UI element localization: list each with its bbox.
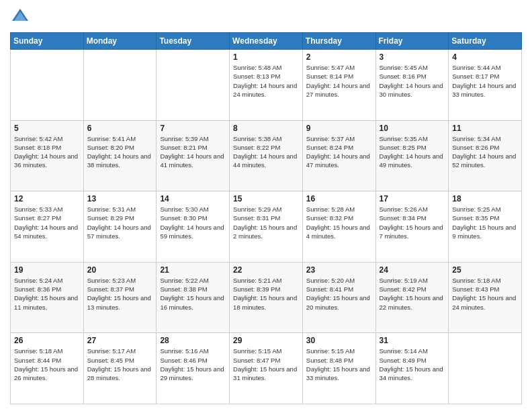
day-number: 13 — [87, 194, 153, 203]
day-info: Sunrise: 5:19 AM Sunset: 8:42 PM Dayligh… — [380, 276, 445, 312]
day-of-week-header: Sunday — [11, 33, 84, 50]
calendar: SundayMondayTuesdayWednesdayThursdayFrid… — [10, 32, 522, 404]
day-of-week-header: Thursday — [302, 33, 375, 50]
day-number: 7 — [160, 124, 226, 133]
calendar-cell: 11Sunrise: 5:34 AM Sunset: 8:26 PM Dayli… — [449, 120, 522, 191]
header — [10, 7, 522, 27]
calendar-cell: 4Sunrise: 5:44 AM Sunset: 8:17 PM Daylig… — [449, 50, 522, 121]
day-number: 20 — [87, 265, 153, 275]
day-number: 8 — [233, 124, 299, 133]
day-number: 29 — [233, 336, 299, 345]
page: SundayMondayTuesdayWednesdayThursdayFrid… — [0, 0, 532, 411]
day-number: 18 — [452, 194, 518, 203]
calendar-cell: 26Sunrise: 5:18 AM Sunset: 8:44 PM Dayli… — [11, 333, 84, 404]
day-info: Sunrise: 5:39 AM Sunset: 8:21 PM Dayligh… — [160, 134, 226, 170]
day-of-week-header: Tuesday — [157, 33, 230, 50]
calendar-cell — [157, 50, 230, 121]
calendar-cell: 21Sunrise: 5:22 AM Sunset: 8:38 PM Dayli… — [157, 262, 230, 333]
calendar-cell: 9Sunrise: 5:37 AM Sunset: 8:24 PM Daylig… — [302, 120, 375, 191]
day-number: 22 — [233, 265, 299, 275]
calendar-cell: 15Sunrise: 5:29 AM Sunset: 8:31 PM Dayli… — [230, 191, 303, 263]
day-number: 19 — [14, 265, 80, 275]
calendar-cell: 23Sunrise: 5:20 AM Sunset: 8:41 PM Dayli… — [302, 262, 375, 333]
day-number: 28 — [160, 336, 226, 345]
day-number: 3 — [380, 52, 445, 62]
day-info: Sunrise: 5:34 AM Sunset: 8:26 PM Dayligh… — [452, 134, 518, 170]
day-of-week-header: Friday — [375, 33, 449, 50]
calendar-cell: 16Sunrise: 5:28 AM Sunset: 8:32 PM Dayli… — [302, 191, 375, 263]
calendar-cell: 17Sunrise: 5:26 AM Sunset: 8:34 PM Dayli… — [375, 191, 449, 263]
day-number: 27 — [87, 336, 153, 345]
day-number: 11 — [452, 124, 518, 133]
calendar-cell: 31Sunrise: 5:14 AM Sunset: 8:49 PM Dayli… — [375, 333, 449, 404]
calendar-week-row: 19Sunrise: 5:24 AM Sunset: 8:36 PM Dayli… — [11, 262, 522, 333]
calendar-cell: 7Sunrise: 5:39 AM Sunset: 8:21 PM Daylig… — [157, 120, 230, 191]
day-info: Sunrise: 5:47 AM Sunset: 8:14 PM Dayligh… — [306, 63, 372, 99]
day-number: 15 — [233, 194, 299, 203]
calendar-week-row: 12Sunrise: 5:33 AM Sunset: 8:27 PM Dayli… — [11, 191, 522, 263]
day-number: 12 — [14, 194, 80, 203]
day-number: 21 — [160, 265, 226, 275]
day-number: 26 — [14, 336, 80, 345]
day-number: 9 — [306, 124, 372, 133]
day-info: Sunrise: 5:21 AM Sunset: 8:39 PM Dayligh… — [233, 276, 299, 312]
day-info: Sunrise: 5:29 AM Sunset: 8:31 PM Dayligh… — [233, 205, 299, 240]
day-number: 1 — [233, 52, 299, 62]
calendar-cell: 24Sunrise: 5:19 AM Sunset: 8:42 PM Dayli… — [375, 262, 449, 333]
day-info: Sunrise: 5:33 AM Sunset: 8:27 PM Dayligh… — [14, 205, 80, 240]
calendar-cell: 5Sunrise: 5:42 AM Sunset: 8:18 PM Daylig… — [11, 120, 84, 191]
day-info: Sunrise: 5:15 AM Sunset: 8:47 PM Dayligh… — [233, 347, 299, 382]
day-number: 23 — [306, 265, 372, 275]
day-info: Sunrise: 5:41 AM Sunset: 8:20 PM Dayligh… — [87, 134, 153, 170]
calendar-cell: 3Sunrise: 5:45 AM Sunset: 8:16 PM Daylig… — [375, 50, 449, 121]
calendar-cell: 13Sunrise: 5:31 AM Sunset: 8:29 PM Dayli… — [83, 191, 157, 263]
logo — [10, 7, 33, 27]
day-info: Sunrise: 5:16 AM Sunset: 8:46 PM Dayligh… — [160, 347, 226, 382]
calendar-cell: 12Sunrise: 5:33 AM Sunset: 8:27 PM Dayli… — [11, 191, 84, 263]
day-info: Sunrise: 5:45 AM Sunset: 8:16 PM Dayligh… — [380, 63, 445, 99]
calendar-cell: 25Sunrise: 5:18 AM Sunset: 8:43 PM Dayli… — [449, 262, 522, 333]
day-number: 25 — [452, 265, 518, 275]
calendar-cell: 22Sunrise: 5:21 AM Sunset: 8:39 PM Dayli… — [230, 262, 303, 333]
day-number: 30 — [306, 336, 372, 345]
day-info: Sunrise: 5:37 AM Sunset: 8:24 PM Dayligh… — [306, 134, 372, 170]
day-number: 5 — [14, 124, 80, 133]
day-info: Sunrise: 5:20 AM Sunset: 8:41 PM Dayligh… — [306, 276, 372, 312]
logo-icon — [10, 7, 30, 27]
day-info: Sunrise: 5:18 AM Sunset: 8:44 PM Dayligh… — [14, 347, 80, 382]
calendar-cell: 28Sunrise: 5:16 AM Sunset: 8:46 PM Dayli… — [157, 333, 230, 404]
calendar-cell: 6Sunrise: 5:41 AM Sunset: 8:20 PM Daylig… — [83, 120, 157, 191]
day-of-week-header: Saturday — [449, 33, 522, 50]
calendar-cell: 2Sunrise: 5:47 AM Sunset: 8:14 PM Daylig… — [302, 50, 375, 121]
day-info: Sunrise: 5:23 AM Sunset: 8:37 PM Dayligh… — [87, 276, 153, 312]
calendar-cell: 30Sunrise: 5:15 AM Sunset: 8:48 PM Dayli… — [302, 333, 375, 404]
calendar-header-row: SundayMondayTuesdayWednesdayThursdayFrid… — [11, 33, 522, 50]
day-info: Sunrise: 5:28 AM Sunset: 8:32 PM Dayligh… — [306, 205, 372, 240]
day-number: 17 — [380, 194, 445, 203]
calendar-cell: 19Sunrise: 5:24 AM Sunset: 8:36 PM Dayli… — [11, 262, 84, 333]
calendar-cell — [449, 333, 522, 404]
calendar-cell: 29Sunrise: 5:15 AM Sunset: 8:47 PM Dayli… — [230, 333, 303, 404]
calendar-cell: 27Sunrise: 5:17 AM Sunset: 8:45 PM Dayli… — [83, 333, 157, 404]
day-number: 2 — [306, 52, 372, 62]
calendar-cell: 10Sunrise: 5:35 AM Sunset: 8:25 PM Dayli… — [375, 120, 449, 191]
day-info: Sunrise: 5:15 AM Sunset: 8:48 PM Dayligh… — [306, 347, 372, 382]
day-info: Sunrise: 5:31 AM Sunset: 8:29 PM Dayligh… — [87, 205, 153, 240]
day-info: Sunrise: 5:24 AM Sunset: 8:36 PM Dayligh… — [14, 276, 80, 312]
calendar-cell: 1Sunrise: 5:48 AM Sunset: 8:13 PM Daylig… — [230, 50, 303, 121]
day-info: Sunrise: 5:26 AM Sunset: 8:34 PM Dayligh… — [380, 205, 445, 240]
day-info: Sunrise: 5:44 AM Sunset: 8:17 PM Dayligh… — [452, 63, 518, 99]
day-number: 14 — [160, 194, 226, 203]
day-number: 16 — [306, 194, 372, 203]
calendar-week-row: 5Sunrise: 5:42 AM Sunset: 8:18 PM Daylig… — [11, 120, 522, 191]
day-number: 4 — [452, 52, 518, 62]
day-info: Sunrise: 5:48 AM Sunset: 8:13 PM Dayligh… — [233, 63, 299, 99]
calendar-week-row: 26Sunrise: 5:18 AM Sunset: 8:44 PM Dayli… — [11, 333, 522, 404]
day-number: 6 — [87, 124, 153, 133]
calendar-cell — [11, 50, 84, 121]
calendar-week-row: 1Sunrise: 5:48 AM Sunset: 8:13 PM Daylig… — [11, 50, 522, 121]
calendar-cell: 14Sunrise: 5:30 AM Sunset: 8:30 PM Dayli… — [157, 191, 230, 263]
day-number: 10 — [380, 124, 445, 133]
calendar-cell: 8Sunrise: 5:38 AM Sunset: 8:22 PM Daylig… — [230, 120, 303, 191]
day-info: Sunrise: 5:22 AM Sunset: 8:38 PM Dayligh… — [160, 276, 226, 312]
